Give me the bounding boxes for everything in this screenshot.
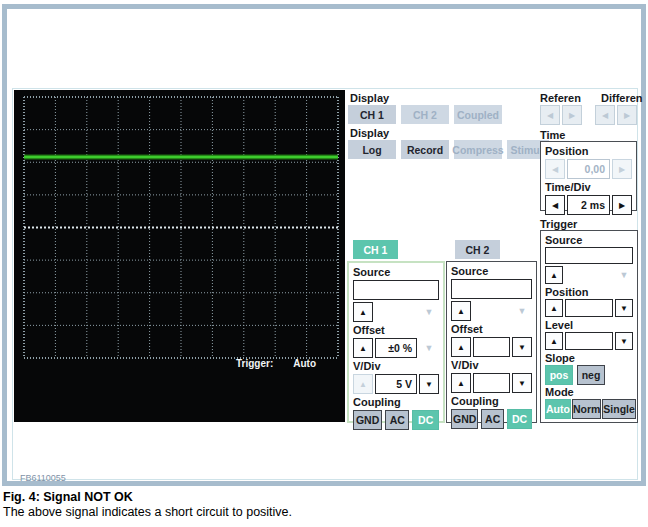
figure-frame: Trigger: Auto Display CH 1 CH 2 Coupled … xyxy=(2,4,646,486)
triangle-up-icon: ▲ xyxy=(550,304,558,313)
trigger-level-down-button[interactable]: ▼ xyxy=(615,332,633,350)
trigger-level-label: Level xyxy=(545,319,633,331)
record-button[interactable]: Record xyxy=(401,140,449,159)
ch2-ac-button[interactable]: AC xyxy=(481,409,504,429)
ch1-vdiv-down-button[interactable]: ▼ xyxy=(419,374,439,394)
ch1-vdiv-label: V/Div xyxy=(353,360,439,372)
trigger-position-down-button[interactable]: ▼ xyxy=(615,299,633,317)
trigger-source-label: Source xyxy=(545,234,633,246)
ch2-coupling-label: Coupling xyxy=(451,395,532,407)
triangle-up-icon: ▲ xyxy=(550,337,558,346)
triangle-left-icon: ◀ xyxy=(552,165,558,174)
mode-single-button[interactable]: Single xyxy=(602,399,636,419)
time-label: Time xyxy=(540,129,565,141)
time-position-increment-button: ▶ xyxy=(612,159,632,179)
trigger-level-field[interactable] xyxy=(565,332,613,350)
ch2-source-up-button[interactable]: ▲ xyxy=(451,301,471,321)
slope-neg-button[interactable]: neg xyxy=(577,365,605,385)
time-position-label: Position xyxy=(545,145,632,157)
timediv-field[interactable]: 2 ms xyxy=(567,195,610,215)
ch2-offset-up-button[interactable]: ▲ xyxy=(451,337,471,357)
triangle-up-icon: ▲ xyxy=(457,343,465,352)
ch2-source-field[interactable] xyxy=(451,279,532,299)
figure-code: FB6110055 xyxy=(20,473,66,483)
trigger-source-up-button[interactable]: ▲ xyxy=(545,266,563,284)
ch1-offset-field[interactable]: ±0 % xyxy=(375,338,417,358)
ch1-source-field[interactable] xyxy=(353,280,439,300)
ch1-panel: Source ▲ ▼ Offset ▲ ±0 % ▼ V/Div ▲ 5 V ▼ xyxy=(347,261,445,423)
triangle-left-icon: ◀ xyxy=(602,111,608,120)
trigger-status-label: Trigger: xyxy=(236,358,273,369)
timediv-increment-button[interactable]: ▶ xyxy=(612,195,632,215)
trigger-status: Trigger: Auto xyxy=(236,358,316,369)
ch2-vdiv-up-button[interactable]: ▲ xyxy=(451,373,471,393)
triangle-right-icon: ▶ xyxy=(569,111,575,120)
triangle-down-icon: ▼ xyxy=(518,343,526,352)
triangle-down-icon: ▼ xyxy=(518,306,527,316)
trigger-position-up-button[interactable]: ▲ xyxy=(545,299,563,317)
ch1-source-up-button[interactable]: ▲ xyxy=(353,302,373,322)
ch1-offset-down-button: ▼ xyxy=(419,338,439,358)
display-mode-label: Display xyxy=(350,127,389,139)
ch2-gnd-button[interactable]: GND xyxy=(451,409,478,429)
time-position-field: 0,00 xyxy=(567,159,610,179)
ch2-offset-down-button[interactable]: ▼ xyxy=(512,337,532,357)
ch2-source-label: Source xyxy=(451,265,532,277)
mode-auto-button[interactable]: Auto xyxy=(545,399,571,419)
ch2-vdiv-field[interactable] xyxy=(473,373,510,393)
trigger-source-field[interactable] xyxy=(545,247,633,264)
ch1-gnd-button[interactable]: GND xyxy=(353,410,382,430)
triangle-down-icon: ▼ xyxy=(518,379,526,388)
slope-pos-button[interactable]: pos xyxy=(545,365,573,385)
triangle-up-icon: ▲ xyxy=(359,308,367,317)
differen-next-button: ▶ xyxy=(617,105,637,125)
ch2-offset-field[interactable] xyxy=(473,337,510,357)
triangle-up-icon: ▲ xyxy=(457,307,465,316)
differen-label: Differen xyxy=(601,92,643,104)
triangle-right-icon: ▶ xyxy=(619,165,625,174)
referen-label: Referen xyxy=(540,92,581,104)
trigger-source-down-button: ▼ xyxy=(615,266,633,284)
oscilloscope-app: Trigger: Auto Display CH 1 CH 2 Coupled … xyxy=(12,88,638,480)
triangle-left-icon: ◀ xyxy=(552,201,558,210)
ch2-panel: Source ▲ ▼ Offset ▲ ▼ V/Div ▲ ▼ xyxy=(446,261,537,423)
ch1-ac-button[interactable]: AC xyxy=(385,410,409,430)
caption-text: The above signal indicates a short circu… xyxy=(3,505,292,519)
triangle-right-icon: ▶ xyxy=(619,201,625,210)
ch2-vdiv-label: V/Div xyxy=(451,359,532,371)
ch1-vdiv-up-button: ▲ xyxy=(353,374,373,394)
log-button[interactable]: Log xyxy=(348,140,396,159)
trigger-position-label: Position xyxy=(545,286,633,298)
display-ch1-button[interactable]: CH 1 xyxy=(348,105,396,124)
page: Trigger: Auto Display CH 1 CH 2 Coupled … xyxy=(0,0,648,527)
display-ch2-button: CH 2 xyxy=(401,105,449,124)
timediv-label: Time/Div xyxy=(545,181,632,193)
ch1-offset-up-button[interactable]: ▲ xyxy=(353,338,373,358)
tab-ch1[interactable]: CH 1 xyxy=(353,240,398,259)
tab-ch2[interactable]: CH 2 xyxy=(455,240,500,259)
triangle-up-icon: ▲ xyxy=(359,380,367,389)
trigger-level-up-button[interactable]: ▲ xyxy=(545,332,563,350)
triangle-down-icon: ▼ xyxy=(425,307,434,317)
ch1-vdiv-field[interactable]: 5 V xyxy=(375,374,417,394)
ch2-vdiv-down-button[interactable]: ▼ xyxy=(512,373,532,393)
time-box: Position ◀ 0,00 ▶ Time/Div ◀ 2 ms ▶ xyxy=(540,141,637,211)
triangle-up-icon: ▲ xyxy=(550,271,558,280)
triangle-down-icon: ▼ xyxy=(425,343,434,353)
ch1-source-label: Source xyxy=(353,266,439,278)
differen-prev-button: ◀ xyxy=(595,105,615,125)
ch1-dc-button[interactable]: DC xyxy=(412,410,439,430)
ch2-offset-label: Offset xyxy=(451,323,532,335)
ch2-dc-button[interactable]: DC xyxy=(507,409,532,429)
mode-norm-button[interactable]: Norm xyxy=(572,399,601,419)
timediv-decrement-button[interactable]: ◀ xyxy=(545,195,565,215)
triangle-up-icon: ▲ xyxy=(457,379,465,388)
trigger-label: Trigger xyxy=(540,218,577,230)
display-channel-label: Display xyxy=(350,92,389,104)
referen-prev-button: ◀ xyxy=(540,105,560,125)
display-coupled-button: Coupled xyxy=(454,105,502,124)
triangle-down-icon: ▼ xyxy=(620,337,628,346)
trigger-position-field[interactable] xyxy=(565,299,613,317)
triangle-down-icon: ▼ xyxy=(620,304,628,313)
referen-next-button: ▶ xyxy=(562,105,582,125)
